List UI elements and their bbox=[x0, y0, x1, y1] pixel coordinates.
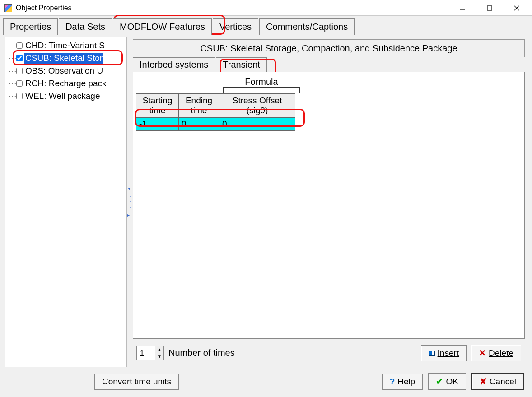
titlebar: Object Properties bbox=[0, 0, 532, 16]
feature-tree: ⋯ CHD: Time-Variant S ⋯ CSUB: Skeletal S… bbox=[5, 37, 126, 367]
tree-label: WEL: Well package bbox=[24, 91, 101, 102]
col-starting-time[interactable]: Starting time bbox=[136, 94, 179, 118]
tab-modflow-features[interactable]: MODFLOW Features bbox=[113, 18, 212, 35]
grid-header-row: Starting time Ending time Stress Offset … bbox=[136, 94, 295, 118]
tree-item-wel[interactable]: ⋯ WEL: Well package bbox=[8, 90, 126, 102]
grid-data-row[interactable]: -1 0 0 bbox=[136, 118, 295, 131]
tree-item-chd[interactable]: ⋯ CHD: Time-Variant S bbox=[8, 39, 126, 52]
cancel-button[interactable]: ✘ Cancel bbox=[471, 373, 524, 390]
col-ending-time[interactable]: Ending time bbox=[179, 94, 219, 118]
tab-interbed-systems[interactable]: Interbed systems bbox=[133, 57, 215, 72]
formula-bracket-icon bbox=[223, 87, 300, 93]
ok-label: OK bbox=[446, 377, 458, 387]
minimize-button[interactable] bbox=[453, 2, 472, 14]
grid-wrap: Formula Starting time Ending time Stress… bbox=[136, 77, 522, 131]
cell-ending-time[interactable]: 0 bbox=[179, 118, 219, 131]
tab-comments-captions[interactable]: Comments/Captions bbox=[259, 18, 355, 35]
inner-tabs: Interbed systems Transient bbox=[133, 57, 525, 72]
tree-list: ⋯ CHD: Time-Variant S ⋯ CSUB: Skeletal S… bbox=[5, 37, 126, 102]
times-grid[interactable]: Starting time Ending time Stress Offset … bbox=[136, 93, 295, 131]
tab-properties[interactable]: Properties bbox=[3, 18, 58, 35]
delete-icon: ✕ bbox=[479, 348, 486, 358]
number-of-times-spinner[interactable]: ▲ ▼ bbox=[136, 346, 164, 360]
convert-time-units-button[interactable]: Convert time units bbox=[94, 374, 179, 390]
tree-label: RCH: Recharge pack bbox=[24, 78, 107, 89]
panel-title: CSUB: Skeletal Storage, Compaction, and … bbox=[133, 39, 525, 57]
help-button[interactable]: ? Help bbox=[382, 374, 423, 390]
tree-label: CSUB: Skeletal Stor bbox=[24, 53, 103, 64]
tab-transient[interactable]: Transient bbox=[216, 57, 267, 72]
tab-vertices[interactable]: Vertices bbox=[213, 18, 258, 35]
number-of-times-input[interactable] bbox=[137, 348, 155, 359]
delete-label: Delete bbox=[489, 348, 513, 358]
cancel-icon: ✘ bbox=[480, 376, 487, 387]
svg-rect-1 bbox=[487, 6, 492, 10]
tree-checkbox[interactable] bbox=[16, 55, 23, 61]
help-icon: ? bbox=[390, 377, 395, 387]
maximize-button[interactable] bbox=[480, 2, 499, 14]
tree-branch-icon: ⋯ bbox=[8, 78, 16, 89]
cell-stress-offset[interactable]: 0 bbox=[219, 118, 295, 131]
split-pane: ⋯ CHD: Time-Variant S ⋯ CSUB: Skeletal S… bbox=[5, 37, 527, 367]
splitter-dots-icon: ◂ ⋮⋮⋮ ▸ bbox=[126, 186, 131, 218]
formula-header: Formula bbox=[223, 77, 300, 87]
number-of-times-label: Number of times bbox=[168, 348, 235, 358]
spinner-down-icon[interactable]: ▼ bbox=[155, 353, 163, 360]
tree-label: CHD: Time-Variant S bbox=[24, 40, 106, 51]
tree-branch-icon: ⋯ bbox=[8, 91, 16, 102]
convert-label: Convert time units bbox=[102, 377, 171, 387]
tree-branch-icon: ⋯ bbox=[8, 53, 16, 64]
tree-checkbox[interactable] bbox=[16, 68, 23, 74]
spinner-arrows: ▲ ▼ bbox=[155, 346, 163, 360]
ok-button[interactable]: ✔ OK bbox=[428, 373, 466, 390]
tree-checkbox[interactable] bbox=[16, 93, 23, 99]
cancel-label: Cancel bbox=[490, 377, 516, 387]
feature-panel: CSUB: Skeletal Storage, Compaction, and … bbox=[131, 37, 527, 367]
object-properties-window: Object Properties Properties Data Sets M… bbox=[0, 0, 532, 397]
dialog-footer: Convert time units ? Help ✔ OK ✘ Cancel bbox=[3, 369, 529, 394]
insert-label: Insert bbox=[438, 348, 459, 358]
tree-branch-icon: ⋯ bbox=[8, 41, 16, 51]
close-button[interactable] bbox=[507, 2, 526, 14]
splitter-handle[interactable]: ◂ ⋮⋮⋮ ▸ bbox=[126, 37, 131, 367]
tree-item-obs[interactable]: ⋯ OBS: Observation U bbox=[8, 65, 126, 77]
spinner-up-icon[interactable]: ▲ bbox=[155, 346, 163, 353]
check-icon: ✔ bbox=[436, 376, 443, 387]
col-stress-offset[interactable]: Stress Offset (sig0) bbox=[219, 94, 295, 118]
tree-checkbox[interactable] bbox=[16, 42, 23, 49]
grid-area: Formula Starting time Ending time Stress… bbox=[133, 72, 525, 339]
tree-branch-icon: ⋯ bbox=[8, 66, 16, 76]
times-toolbar: ▲ ▼ Number of times Insert ✕ Delete bbox=[133, 341, 525, 365]
tree-checkbox[interactable] bbox=[16, 80, 23, 87]
tree-label: OBS: Observation U bbox=[24, 65, 104, 76]
main-tabs: Properties Data Sets MODFLOW Features Ve… bbox=[0, 16, 532, 35]
window-buttons bbox=[453, 2, 526, 14]
tree-item-rch[interactable]: ⋯ RCH: Recharge pack bbox=[8, 77, 126, 90]
insert-button[interactable]: Insert bbox=[421, 345, 467, 361]
help-label: Help bbox=[397, 377, 415, 387]
delete-button[interactable]: ✕ Delete bbox=[471, 345, 521, 361]
cell-starting-time[interactable]: -1 bbox=[136, 118, 179, 131]
tree-item-csub[interactable]: ⋯ CSUB: Skeletal Stor bbox=[8, 52, 126, 65]
insert-icon bbox=[429, 351, 435, 356]
tab-data-sets[interactable]: Data Sets bbox=[59, 18, 112, 35]
client-area: ⋯ CHD: Time-Variant S ⋯ CSUB: Skeletal S… bbox=[3, 35, 529, 394]
app-icon bbox=[4, 4, 12, 12]
window-title: Object Properties bbox=[16, 4, 453, 12]
